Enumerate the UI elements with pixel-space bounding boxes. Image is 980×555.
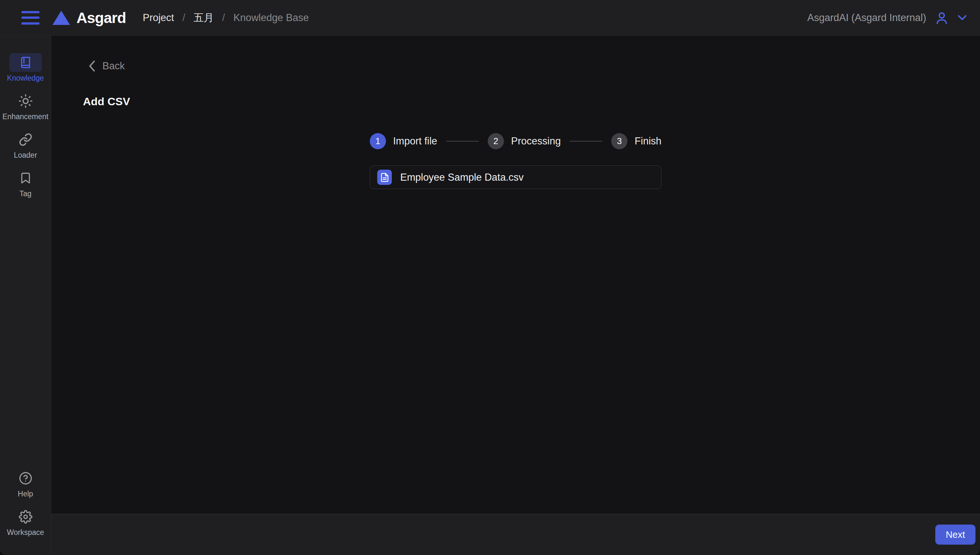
sidebar-item-label: Enhancement	[3, 112, 48, 121]
step-connector	[570, 141, 602, 141]
step-finish: 3 Finish	[611, 133, 661, 149]
sidebar-item-label: Workspace	[7, 528, 44, 537]
step-label: Import file	[393, 135, 437, 147]
breadcrumb-item-project[interactable]: Project	[143, 12, 174, 24]
sidebar-item-help[interactable]: Help	[0, 469, 51, 498]
breadcrumb-item-month[interactable]: 五月	[194, 11, 214, 25]
sidebar-bottom-group: Help Workspace	[0, 469, 51, 537]
help-icon	[19, 472, 32, 485]
content-area: Back Add CSV 1 Import file 2 Processing	[51, 35, 980, 514]
file-icon	[377, 170, 392, 185]
breadcrumb-separator: /	[182, 12, 185, 24]
topbar: Asgard Project / 五月 / Knowledge Base Asg…	[0, 0, 980, 35]
back-button[interactable]: Back	[88, 60, 125, 72]
breadcrumb: Project / 五月 / Knowledge Base	[143, 11, 309, 25]
breadcrumb-separator: /	[222, 12, 225, 24]
sidebar-item-label: Knowledge	[7, 74, 44, 83]
sidebar-item-label: Help	[18, 489, 33, 498]
step-connector	[446, 141, 479, 141]
sidebar-item-enhancement[interactable]: Enhancement	[0, 91, 51, 121]
chevron-left-icon	[88, 60, 96, 72]
file-name: Employee Sample Data.csv	[400, 172, 524, 183]
back-label: Back	[102, 60, 125, 72]
logo-triangle-icon	[52, 10, 71, 26]
gear-icon	[19, 510, 32, 524]
logo-text: Asgard	[76, 9, 126, 27]
breadcrumb-item-knowledge-base: Knowledge Base	[233, 12, 309, 24]
step-number-badge: 2	[488, 133, 504, 149]
import-flow: 1 Import file 2 Processing 3 Finish	[370, 133, 661, 189]
app-window: Asgard Project / 五月 / Knowledge Base Asg…	[0, 0, 980, 555]
step-processing: 2 Processing	[488, 133, 561, 149]
sidebar-item-label: Loader	[14, 151, 37, 160]
account-menu[interactable]: AsgardAI (Asgard Internal)	[807, 11, 967, 25]
chevron-down-icon[interactable]	[957, 14, 967, 21]
user-icon	[935, 11, 949, 25]
file-item[interactable]: Employee Sample Data.csv	[370, 165, 661, 189]
step-number-badge: 3	[611, 133, 628, 149]
step-number-badge: 1	[370, 133, 386, 149]
account-label: AsgardAI (Asgard Internal)	[807, 12, 926, 24]
sun-icon	[18, 94, 33, 108]
step-label: Processing	[511, 135, 561, 147]
sidebar-item-tag[interactable]: Tag	[0, 169, 51, 198]
book-icon	[19, 56, 32, 69]
sidebar-item-workspace[interactable]: Workspace	[0, 507, 51, 537]
stepper: 1 Import file 2 Processing 3 Finish	[370, 133, 661, 149]
next-button[interactable]: Next	[935, 525, 975, 545]
bookmark-icon	[19, 172, 32, 184]
document-icon	[380, 173, 389, 182]
sidebar-top-group: Knowledge	[0, 53, 51, 207]
footer-bar: Next	[51, 514, 980, 555]
sidebar-item-loader[interactable]: Loader	[0, 130, 51, 160]
sidebar: Knowledge	[0, 35, 51, 555]
link-icon	[19, 133, 32, 146]
step-label: Finish	[634, 135, 661, 147]
hamburger-menu-icon[interactable]	[21, 11, 40, 25]
step-import-file: 1 Import file	[370, 133, 437, 149]
asgard-logo: Asgard	[52, 9, 126, 27]
sidebar-item-knowledge[interactable]: Knowledge	[0, 53, 51, 83]
sidebar-item-label: Tag	[19, 189, 31, 198]
page-title: Add CSV	[83, 95, 130, 108]
